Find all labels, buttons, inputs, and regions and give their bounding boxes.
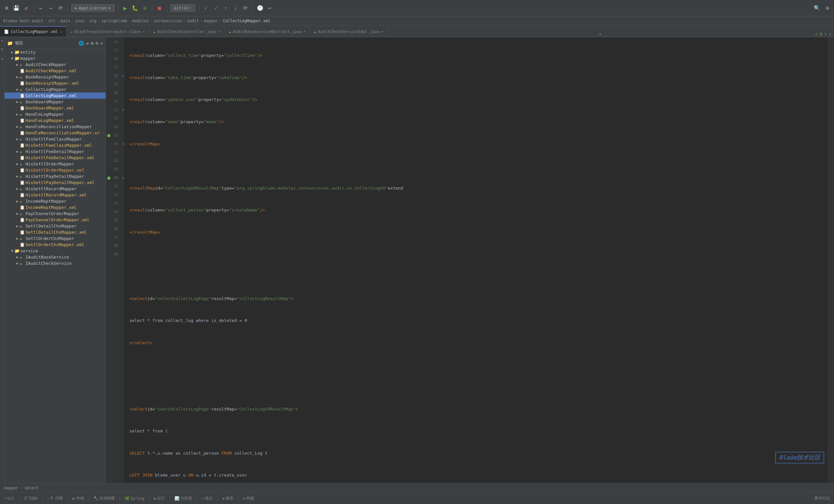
close-sidebar-icon[interactable]: ✕	[100, 41, 103, 46]
run-button[interactable]: ▶	[121, 4, 129, 12]
breadcrumb-part-4[interactable]: java	[75, 19, 84, 23]
structure-icon[interactable]: ≡	[0, 40, 4, 42]
tree-entity[interactable]: ▶ 📁 entity	[5, 49, 106, 55]
todo-item[interactable]: ☰ TODO	[23, 496, 39, 501]
tree-his-settl-order-mapper[interactable]: ▶ ☕ HisSettlOrderMapper	[5, 161, 106, 167]
code-content[interactable]: <result column="collect_time" property="…	[124, 37, 828, 483]
services-item[interactable]: ◈ 服务	[221, 495, 235, 502]
tree-his-settl-record-mapper-xml[interactable]: ▶ 📋 HisSettlRecordMapper.xml	[5, 192, 106, 198]
tree-settl-order-chs-mapper-xml[interactable]: ▶ 📋 SettlOrderChsMapper.xml	[5, 242, 106, 248]
tree-his-settl-fee-class-mapper-xml[interactable]: ▶ 📋 HisSettlFeeClassMapper.xml	[5, 142, 106, 148]
close-icon-4[interactable]: ✕	[304, 29, 306, 34]
tree-settl-detail-chs-mapper[interactable]: ▶ ☕ SettlDetailChsMapper	[5, 223, 106, 229]
terminal-item[interactable]: ▶ 终端	[71, 495, 85, 502]
tree-service[interactable]: ▼ 📁 service	[5, 248, 106, 254]
close-icon-1[interactable]: ✕	[60, 30, 62, 34]
git-pull-icon[interactable]: ↓	[232, 4, 240, 12]
tree-his-settl-fee-class-mapper[interactable]: ▶ ☕ HisSettlFeeClassMapper	[5, 136, 106, 142]
bottom-breadcrumb-mapper[interactable]: mapper	[4, 486, 18, 490]
tree-handle-log-mapper[interactable]: ▶ ☕ HandleLogMapper	[5, 111, 106, 117]
history-icon[interactable]: 🕐	[256, 4, 264, 12]
breadcrumb-part-1[interactable]: bladex-boot-audit	[3, 19, 43, 23]
tree-handle-reconciliation-mapper-xml[interactable]: ▶ 📋 HandleReconciliationMapper.xr	[5, 130, 106, 136]
fold-icon-18[interactable]: ▼	[122, 73, 124, 79]
tree-his-settl-fee-detail-mapper[interactable]: ▶ ☕ HisSettlFeeDetailMapper	[5, 148, 106, 155]
git-push-icon[interactable]: ↑	[222, 4, 230, 12]
tree-income-rept-mapper[interactable]: ▶ ☕ IncomeReptMapper	[5, 198, 106, 204]
git-dropdown[interactable]: Git(G):	[170, 4, 195, 12]
endpoints-item[interactable]: ⚡ 端点	[200, 495, 214, 502]
tree-settl-detail-chs-mapper-xml[interactable]: ▶ 📋 SettlDetailChsMapper.xml	[5, 229, 106, 235]
close-icon-2[interactable]: ✕	[143, 29, 145, 34]
code-editor[interactable]: 14 15 16 17 18▼ 19 20 21 22▼ 23 24 25 26…	[106, 37, 834, 483]
back-icon[interactable]: ←	[37, 4, 45, 12]
breadcrumb-part-2[interactable]: src	[48, 19, 56, 23]
breadcrumb-current[interactable]: CollectLogMapper.xml	[223, 19, 270, 23]
forward-icon[interactable]: →	[47, 4, 54, 12]
breadcrumb-part-10[interactable]: mapper	[204, 19, 218, 23]
recent-icon[interactable]: ⟳	[57, 4, 64, 12]
tree-collect-log-mapper[interactable]: ▶ ☕ CollectLogMapper	[5, 86, 106, 92]
breadcrumb-part-3[interactable]: main	[61, 19, 70, 23]
tree-his-settl-pay-detail-mapper[interactable]: ▶ ☕ HisSettlPayDetailMapper	[5, 173, 106, 179]
tree-bank-receipt-mapper-xml[interactable]: ▶ 📋 BankReceiptMapper.xml	[5, 80, 106, 86]
collapse-icon[interactable]: ⬇	[829, 32, 831, 37]
undo-icon[interactable]: ↩	[266, 4, 274, 12]
project-icon[interactable]: ⊞	[3, 4, 10, 12]
tab-more-button[interactable]: ▾	[596, 32, 604, 37]
tab-blade-tenant[interactable]: ☕ BladeTenantInterceptor.class ✕	[66, 26, 149, 37]
globe-icon[interactable]: 🌐	[79, 41, 84, 46]
align-icon[interactable]: ⇌	[86, 41, 89, 46]
tree-his-settl-fee-detail-mapper-xml[interactable]: ▶ 📋 HisSettlFeeDetailMapper.xml	[5, 155, 106, 161]
save-icon[interactable]: 💾	[13, 4, 20, 12]
expand-icon[interactable]: ⬆	[824, 32, 827, 37]
tree-handle-reconciliation-mapper[interactable]: ▶ ☕ HandleReconciliationMapper	[5, 124, 106, 130]
tree-collect-log-mapper-xml[interactable]: ▶ 📋 CollectLogMapper.xml	[5, 92, 106, 99]
close-icon-5[interactable]: ✕	[381, 29, 384, 34]
fold-icon-30[interactable]: ▼	[122, 176, 124, 181]
tree-pay-channel-order-mapper[interactable]: ▶ ☕ PayChannelOrderMapper	[5, 211, 106, 217]
fold-icon-26[interactable]: ▼	[122, 141, 124, 147]
debug-button[interactable]: 🐛	[131, 4, 139, 12]
analyze-item[interactable]: 📊 分析器	[173, 495, 194, 502]
breadcrumb-part-5[interactable]: org	[89, 19, 96, 23]
tree-audit-check-mapper[interactable]: ▶ ☕ AuditCheckMapper	[5, 62, 106, 68]
tree-his-settl-record-mapper[interactable]: ▶ ☕ HisSettlRecordMapper	[5, 185, 106, 192]
application-dropdown[interactable]: ▶ Application ▾	[71, 4, 114, 12]
gradle-item[interactable]: ⚙ 构建	[242, 495, 256, 502]
tree-handle-log-mapper-xml[interactable]: ▶ 📋 HandleLogMapper.xml	[5, 117, 106, 124]
build-item[interactable]: 🔨 自动构建	[92, 495, 116, 502]
coverage-button[interactable]: ⊙	[141, 4, 149, 12]
tree-audit-check-mapper-xml[interactable]: ▶ 📋 AuditCheckMapper.xml	[5, 68, 106, 74]
settings-icon[interactable]: ⚙	[824, 4, 831, 12]
breadcrumb-part-7[interactable]: modules	[132, 19, 149, 23]
tree-his-settl-order-mapper-xml[interactable]: ▶ 📋 HisSettlOrderMapper.xml	[5, 167, 106, 173]
run-item[interactable]: ▶ 运行	[153, 495, 166, 502]
git-check-icon[interactable]: ✓	[202, 4, 210, 12]
tree-income-rept-mapper-xml[interactable]: ▶ 📋 IncomeReptMapper.xml	[5, 204, 106, 211]
fold-icon-22[interactable]: ▼	[122, 108, 124, 113]
bottom-breadcrumb-select[interactable]: select	[24, 486, 39, 490]
breadcrumb-part-9[interactable]: audit	[187, 19, 199, 23]
tree-iaudit-check-service[interactable]: ▶ ☕ IAuditCheckService	[5, 260, 106, 266]
breadcrumb-part-6[interactable]: springblade	[101, 19, 127, 23]
tab-audit-check-controller[interactable]: ☕ AuditCheckController.java ✕	[149, 26, 224, 37]
tab-audit-check-impl[interactable]: ☕ AuditCheckServiceImpl.java ✕	[310, 26, 388, 37]
settings-sidebar-icon[interactable]: ⚙	[95, 41, 98, 46]
tree-dashboard-mapper-xml[interactable]: ▶ 📋 DashboardMapper.xml	[5, 105, 106, 111]
close-icon-3[interactable]: ✕	[218, 29, 221, 34]
tree-bank-receipt-mapper[interactable]: ▶ ☕ BankReceiptMapper	[5, 74, 106, 80]
refresh-icon[interactable]: ↺	[22, 4, 30, 12]
spring-item[interactable]: 🌿 Spring	[123, 496, 146, 501]
breadcrumb-part-8[interactable]: coreservices	[154, 19, 182, 23]
stop-button[interactable]: ■	[156, 4, 163, 12]
sort-icon[interactable]: ⊞	[91, 41, 93, 46]
tree-iaudit-base-service[interactable]: ▶ ☕ IAuditBaseService	[5, 254, 106, 260]
git-status-item[interactable]: ⑂ Git	[3, 496, 16, 501]
tab-audit-base-service[interactable]: ☕ AuditBaseServiceAbstract.java ✕	[225, 26, 310, 37]
problems-item[interactable]: ⚠ 0 问题	[46, 495, 65, 502]
search-icon[interactable]: 🔍	[813, 4, 821, 12]
tree-mapper[interactable]: ▼ 📁 mapper	[5, 55, 106, 62]
tree-settl-order-chs-mapper[interactable]: ▶ ☕ SettlOrderChsMapper	[5, 235, 106, 242]
services-icon[interactable]: ◈	[0, 57, 4, 61]
